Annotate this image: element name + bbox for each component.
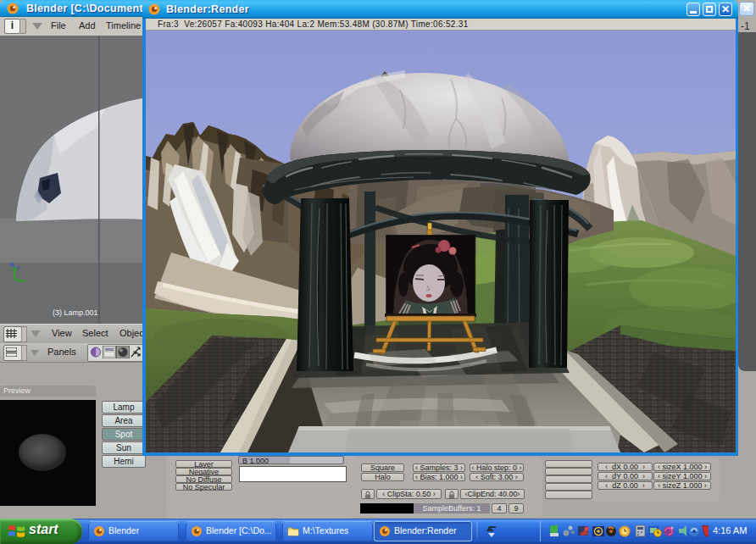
svg-text:z: z: [16, 264, 20, 270]
svg-text:(3) Lamp.001: (3) Lamp.001: [53, 308, 98, 317]
